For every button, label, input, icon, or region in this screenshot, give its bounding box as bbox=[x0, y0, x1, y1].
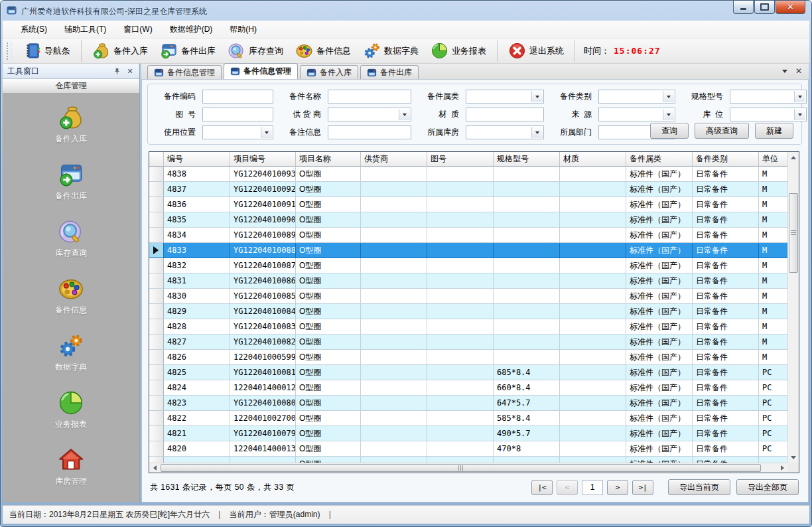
table-row[interactable]: 4829 YG12204010084 O型圈 标准件（国产） 日常备件 M bbox=[149, 304, 799, 319]
search-field-control[interactable] bbox=[328, 90, 411, 104]
table-row[interactable]: 4826 1220401000599 O型圈 标准件（国产） 日常备件 M bbox=[149, 350, 799, 365]
sidebar-item[interactable]: 备件信息 bbox=[55, 275, 87, 316]
row-selector-cell[interactable] bbox=[149, 441, 164, 457]
toolbar-button[interactable]: 退出系统 bbox=[502, 40, 575, 62]
sidebar-item[interactable]: 备件入库 bbox=[55, 104, 87, 145]
table-row[interactable]: O型圈 标准件（国产） 日常备件 bbox=[149, 457, 799, 463]
grid-header-cell[interactable] bbox=[149, 152, 164, 167]
search-field-input[interactable] bbox=[328, 126, 411, 139]
grid-header-cell[interactable]: 规格型号 bbox=[494, 152, 560, 167]
search-field-control[interactable] bbox=[202, 90, 273, 104]
first-page-button[interactable]: |< bbox=[531, 480, 553, 495]
search-field-control[interactable] bbox=[328, 108, 411, 121]
vertical-scrollbar[interactable] bbox=[787, 152, 799, 463]
row-selector-cell[interactable] bbox=[149, 197, 164, 212]
table-row[interactable]: 4823 YG12204010080 O型圈 647*5.7 标准件（国产） 日… bbox=[149, 396, 799, 411]
table-row[interactable]: 4820 1220401400013 O型圈 470*8 标准件（国产） 日常备… bbox=[149, 441, 799, 457]
chevron-down-icon[interactable] bbox=[663, 109, 674, 120]
search-field-input[interactable] bbox=[203, 90, 273, 103]
menu-item[interactable]: 辅助工具(T) bbox=[56, 21, 115, 38]
grid-header-cell[interactable]: 图号 bbox=[427, 152, 494, 167]
search-field-control[interactable] bbox=[730, 108, 807, 121]
toolbar-button[interactable]: 数据字典 bbox=[357, 40, 425, 62]
search-field-control[interactable] bbox=[730, 90, 807, 104]
row-selector-cell[interactable] bbox=[149, 350, 164, 365]
search-field-control[interactable] bbox=[466, 108, 544, 121]
pin-icon[interactable] bbox=[112, 66, 121, 76]
search-field-control[interactable] bbox=[328, 125, 411, 139]
toolbar-button[interactable]: 备件入库 bbox=[86, 40, 154, 62]
chevron-down-icon[interactable] bbox=[261, 127, 272, 138]
row-selector-cell[interactable] bbox=[149, 457, 164, 463]
menu-item[interactable]: 帮助(H) bbox=[221, 21, 265, 38]
scroll-left-icon[interactable] bbox=[149, 463, 160, 473]
horizontal-scrollbar[interactable] bbox=[149, 463, 787, 473]
scroll-right-icon[interactable] bbox=[777, 463, 787, 473]
grid-header-cell[interactable]: 备件类别 bbox=[693, 152, 759, 167]
toolbar-button[interactable]: 导航条 bbox=[17, 40, 82, 62]
search-field-control[interactable] bbox=[202, 125, 273, 139]
search-field-input[interactable] bbox=[203, 108, 273, 121]
tab-list-dropdown-icon[interactable] bbox=[782, 70, 787, 73]
row-selector-cell[interactable] bbox=[149, 167, 164, 182]
search-button[interactable]: 高级查询 bbox=[695, 123, 749, 139]
menu-item[interactable]: 窗口(W) bbox=[115, 21, 161, 38]
sidebar-item[interactable]: 库存查询 bbox=[55, 218, 87, 259]
menu-item[interactable]: 系统(S) bbox=[12, 21, 56, 38]
toolbar-button[interactable]: 备件出库 bbox=[154, 40, 222, 62]
row-selector-cell[interactable] bbox=[149, 380, 164, 396]
export-current-page-button[interactable]: 导出当前页 bbox=[668, 479, 730, 495]
horizontal-scroll-thumb[interactable] bbox=[161, 464, 761, 472]
chevron-down-icon[interactable] bbox=[399, 109, 410, 120]
table-row[interactable]: 4837 YG12204010092 O型圈 标准件（国产） 日常备件 M bbox=[149, 182, 799, 197]
sidebar-item[interactable]: 备件出库 bbox=[55, 161, 87, 202]
grid-header-cell[interactable]: 材质 bbox=[560, 152, 626, 167]
scroll-down-icon[interactable] bbox=[788, 452, 799, 463]
sidebar-group-header[interactable]: 仓库管理 bbox=[3, 79, 139, 94]
close-button[interactable]: ✕ bbox=[776, 1, 805, 14]
close-panel-icon[interactable]: ✕ bbox=[125, 66, 135, 76]
minimize-button[interactable] bbox=[733, 1, 754, 14]
row-selector-cell[interactable] bbox=[149, 182, 164, 197]
row-selector-cell[interactable] bbox=[149, 396, 164, 411]
table-row[interactable]: 4822 1220401002700 O型圈 585*8.4 标准件（国产） 日… bbox=[149, 411, 799, 426]
search-field-control[interactable] bbox=[466, 125, 544, 139]
sidebar-item[interactable]: 库房管理 bbox=[55, 447, 87, 487]
search-field-control[interactable] bbox=[202, 108, 273, 121]
row-selector-cell[interactable] bbox=[149, 273, 164, 289]
tab[interactable]: 备件信息管理 bbox=[147, 65, 222, 79]
chevron-down-icon[interactable] bbox=[794, 109, 805, 120]
table-row[interactable]: 4833 YG12204010088 O型圈 标准件（国产） 日常备件 M bbox=[149, 243, 799, 258]
table-row[interactable]: 4831 YG12204010086 O型圈 标准件（国产） 日常备件 M bbox=[149, 273, 799, 289]
chevron-down-icon[interactable] bbox=[531, 127, 543, 138]
row-selector-cell[interactable] bbox=[149, 411, 164, 426]
grid-header-cell[interactable]: 项目名称 bbox=[296, 152, 361, 167]
table-row[interactable]: 4834 YG12204010089 O型圈 标准件（国产） 日常备件 M bbox=[149, 228, 799, 243]
row-selector-cell[interactable] bbox=[149, 212, 164, 228]
row-selector-cell[interactable] bbox=[149, 289, 164, 304]
tab[interactable]: 备件信息管理 bbox=[224, 63, 298, 79]
toolbar-grip[interactable] bbox=[7, 42, 12, 60]
row-selector-cell[interactable] bbox=[149, 258, 164, 273]
grid-header-cell[interactable]: 供货商 bbox=[361, 152, 427, 167]
grid-header-cell[interactable]: 编号 bbox=[164, 152, 230, 167]
search-button[interactable]: 查询 bbox=[650, 123, 689, 139]
row-selector-cell[interactable] bbox=[149, 304, 164, 319]
table-row[interactable]: 4824 1220401400012 O型圈 660*8.4 标准件（国产） 日… bbox=[149, 380, 799, 396]
row-selector-cell[interactable] bbox=[149, 365, 164, 380]
table-row[interactable]: 4828 YG12204010083 O型圈 标准件（国产） 日常备件 M bbox=[149, 319, 799, 335]
sidebar-item[interactable]: 业务报表 bbox=[55, 390, 87, 430]
chevron-down-icon[interactable] bbox=[794, 91, 805, 102]
export-all-pages-button[interactable]: 导出全部页 bbox=[736, 479, 799, 495]
vertical-scroll-thumb[interactable] bbox=[789, 193, 798, 273]
row-selector-cell[interactable] bbox=[149, 243, 164, 258]
table-row[interactable]: 4821 YG12204010079 O型圈 490*5.7 标准件（国产） 日… bbox=[149, 426, 799, 441]
grid-header-cell[interactable]: 项目编号 bbox=[230, 152, 296, 167]
tab[interactable]: 备件入库 bbox=[300, 65, 358, 79]
table-row[interactable]: 4830 YG12204010085 O型圈 标准件（国产） 日常备件 M bbox=[149, 289, 799, 304]
maximize-button[interactable] bbox=[754, 1, 775, 14]
tab-close-icon[interactable]: ✕ bbox=[795, 67, 802, 75]
table-row[interactable]: 4838 YG12204010093 O型圈 标准件（国产） 日常备件 M bbox=[149, 167, 799, 182]
row-selector-cell[interactable] bbox=[149, 335, 164, 350]
search-field-input[interactable] bbox=[328, 90, 411, 103]
